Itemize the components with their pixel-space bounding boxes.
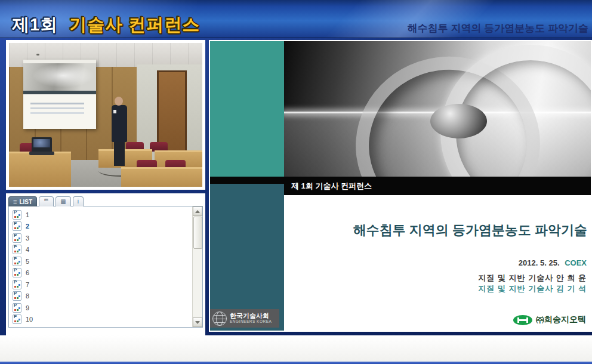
- list-item[interactable]: 10: [13, 314, 190, 326]
- scroll-down-button[interactable]: [193, 317, 202, 327]
- list-item-number: 7: [26, 281, 29, 288]
- presenter-figure: [115, 97, 123, 106]
- list-item[interactable]: 4: [13, 244, 190, 256]
- video-projection-screen: [23, 60, 96, 129]
- conference-title-rest: 기술사 컨퍼런스: [69, 15, 200, 34]
- list-item-number: 8: [26, 292, 29, 300]
- control-bar: 한국기술사회 ENGINEERS KOREA SLIDE 2 / 12 | PL…: [0, 335, 592, 362]
- tab-info[interactable]: i: [73, 196, 84, 206]
- slide-black-strip: [210, 177, 284, 184]
- company-name: ㈜희송지오텍: [536, 314, 586, 325]
- slide-venue: COEX: [565, 258, 587, 267]
- video-desk: [121, 167, 205, 190]
- video-desk: [6, 152, 71, 189]
- conference-title: 제1회 기술사 컨퍼런스: [12, 13, 200, 37]
- slide-thumbnail-icon: [13, 303, 21, 313]
- slide-thumbnail-icon: [13, 280, 21, 289]
- kea-logo-english: ENGINEERS KOREA: [230, 319, 272, 325]
- kea-logo-korean: 한국기술사회: [230, 313, 272, 319]
- list-item-number: 3: [26, 235, 29, 242]
- list-item[interactable]: 2: [13, 221, 190, 233]
- slide-main-title: 해수침투 지역의 등가염분농도 파악기술: [353, 221, 587, 239]
- list-tabs: ≡ LIST ᄐ ▦ i: [8, 196, 203, 206]
- slide-thumbnail-icon: [13, 268, 21, 277]
- presenter-line-1: 지질 및 지반 기술사 안 희 윤: [478, 273, 587, 283]
- scrollbar-thumb[interactable]: [193, 217, 202, 249]
- list-item[interactable]: 9: [13, 302, 190, 314]
- info-icon: i: [78, 199, 79, 205]
- footer-accent-strip: [0, 362, 592, 364]
- lecture-subtitle: 해수침투 지역의 등가염분농도 파악기술: [408, 21, 588, 35]
- slide-thumbnail-icon: [13, 210, 21, 220]
- slide-list-panel: ≡ LIST ᄐ ▦ i 1 2 3: [6, 193, 205, 335]
- company-logo-icon: [513, 315, 532, 325]
- list-item[interactable]: 5: [13, 255, 190, 267]
- slide-list: 1 2 3 4 5 6 7 8 9 10: [8, 206, 203, 328]
- list-item[interactable]: 6: [13, 267, 190, 279]
- scroll-up-button[interactable]: [193, 206, 202, 216]
- slide-teal-block-top: [210, 41, 284, 177]
- slide-thumbnail-icon: [13, 245, 21, 254]
- slide-thumbnail-icon: [13, 221, 21, 231]
- presenter-badge: [113, 110, 116, 113]
- presenter-figure: [114, 141, 125, 166]
- kea-logo-box: 한국기술사회 ENGINEERS KOREA: [210, 309, 279, 328]
- tab-outline[interactable]: ᄐ: [39, 196, 54, 206]
- slide-cover-image: [284, 41, 591, 177]
- tab-list-label: LIST: [19, 199, 32, 205]
- conference-title-lead: 제1회: [12, 15, 58, 34]
- list-item-number: 5: [26, 258, 29, 265]
- slide-band-title: 제 1회 기술사 컨퍼런스: [291, 181, 372, 192]
- speaker-video[interactable]: [6, 40, 205, 190]
- list-item-number: 9: [26, 304, 29, 311]
- slide-thumbnail-icon: [13, 257, 21, 266]
- list-item-number: 1: [26, 211, 29, 218]
- grid-icon: ▦: [60, 199, 66, 205]
- arrow-down-icon: [195, 321, 200, 324]
- list-item-number: 4: [26, 246, 29, 253]
- video-laptop: [32, 137, 52, 153]
- tab-list[interactable]: ≡ LIST: [8, 196, 37, 206]
- slide-presenters: 지질 및 지반 기술사 안 희 윤 지질 및 지반 기술사 김 기 석: [478, 273, 587, 294]
- company-logo: ㈜희송지오텍: [513, 314, 586, 325]
- arrow-up-icon: [195, 210, 200, 213]
- presenter-line-2: 지질 및 지반 기술사 김 기 석: [478, 283, 587, 294]
- list-item-number: 2: [26, 223, 29, 230]
- slide-date: 2012. 5. 25. COEX: [519, 258, 587, 267]
- slide-thumbnail-icon: [13, 314, 21, 324]
- list-item-number: 6: [26, 269, 29, 276]
- list-item[interactable]: 7: [13, 279, 190, 291]
- slide-thumbnail-icon: [13, 291, 21, 301]
- slide-title-band: 제 1회 기술사 컨퍼런스: [284, 177, 591, 195]
- player-window: 제1회 기술사 컨퍼런스 해수침투 지역의 등가염분농도 파악기술: [0, 0, 592, 364]
- list-item-number: 10: [26, 316, 33, 323]
- tab-thumbnails[interactable]: ▦: [56, 196, 70, 206]
- header-banner: 제1회 기술사 컨퍼런스 해수침투 지역의 등가염분농도 파악기술: [0, 0, 592, 38]
- outline-icon: ᄐ: [44, 199, 49, 205]
- list-item[interactable]: 1: [13, 209, 190, 221]
- kea-globe-icon: [212, 311, 227, 326]
- slide-body: 해수침투 지역의 등가염분농도 파악기술 2012. 5. 25. COEX 지…: [284, 195, 591, 331]
- list-scrollbar[interactable]: [192, 206, 202, 327]
- video-ceiling-lights: [36, 54, 39, 55]
- list-icon: ≡: [13, 199, 17, 205]
- slide-date-text: 2012. 5. 25.: [519, 258, 560, 267]
- list-item[interactable]: 8: [13, 291, 190, 303]
- slide-thumbnail-icon: [13, 233, 21, 243]
- slide-viewer[interactable]: 제 1회 기술사 컨퍼런스 해수침투 지역의 등가염분농도 파악기술 2012.…: [209, 40, 592, 332]
- list-item[interactable]: 3: [13, 232, 190, 244]
